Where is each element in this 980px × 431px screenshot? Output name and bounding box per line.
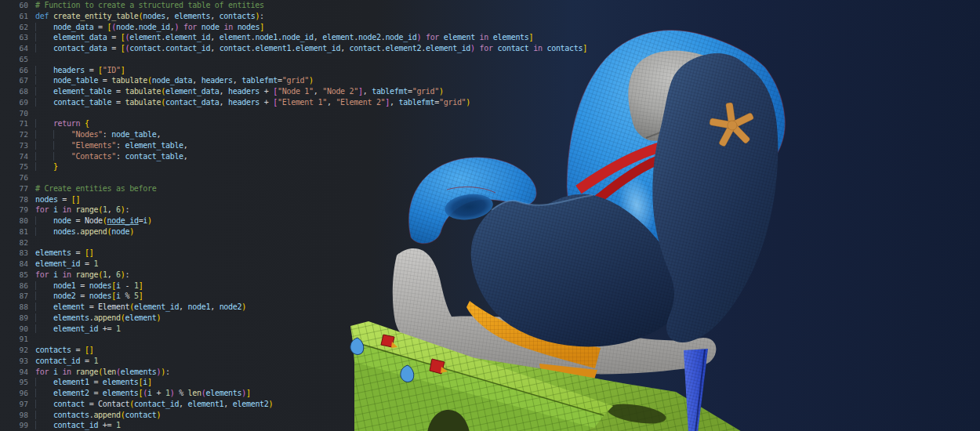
code-text: element_id = 1 xyxy=(28,259,98,270)
code-line[interactable]: 67 node_table = tabulate(node_data, head… xyxy=(0,75,612,86)
code-line[interactable]: 62 node_data = [(node.node_id,) for node… xyxy=(0,22,612,33)
code-text: node = Node(node_id=i) xyxy=(28,216,152,226)
code-line[interactable]: 93contact_id = 1 xyxy=(0,356,612,367)
code-text: element2 = elements[(i + 1) % len(elemen… xyxy=(28,388,251,399)
code-line[interactable]: 77# Create entities as before xyxy=(0,183,612,194)
line-number: 68 xyxy=(0,86,28,97)
line-number: 66 xyxy=(0,65,28,76)
code-text: } xyxy=(28,161,58,172)
screenshot-root: 60# Function to create a structured tabl… xyxy=(0,0,980,431)
code-line[interactable]: 78nodes = [] xyxy=(0,194,612,205)
code-line[interactable]: 86 node1 = nodes[i - 1] xyxy=(0,281,612,292)
line-number: 63 xyxy=(0,32,28,43)
code-text: # Function to create a structured table … xyxy=(28,0,264,11)
code-text: # Create entities as before xyxy=(28,183,156,194)
line-number: 96 xyxy=(0,388,28,399)
line-number: 91 xyxy=(0,334,28,345)
code-line[interactable]: 74 "Contacts": contact_table, xyxy=(0,151,612,162)
code-text: node1 = nodes[i - 1] xyxy=(28,281,143,292)
line-number: 62 xyxy=(0,22,28,33)
code-line[interactable]: 65 xyxy=(0,54,612,65)
code-text xyxy=(28,54,35,65)
code-text: "Elements": element_table, xyxy=(28,140,188,151)
code-text: def create_entity_table(nodes, elements,… xyxy=(28,11,264,22)
code-line[interactable]: 68 element_table = tabulate(element_data… xyxy=(0,86,612,97)
code-line[interactable]: 92contacts = [] xyxy=(0,345,612,356)
line-number: 61 xyxy=(0,11,28,22)
code-line[interactable]: 90 element_id += 1 xyxy=(0,324,612,335)
code-line[interactable]: 84element_id = 1 xyxy=(0,259,612,270)
code-line[interactable]: 82 xyxy=(0,237,612,248)
code-line[interactable]: 95 element1 = elements[i] xyxy=(0,377,612,388)
line-number: 87 xyxy=(0,291,28,302)
code-text: for i in range(1, 6): xyxy=(28,205,129,216)
code-line[interactable]: 80 node = Node(node_id=i) xyxy=(0,216,612,226)
line-number: 82 xyxy=(0,237,28,248)
code-text: node_data = [(node.node_id,) for node in… xyxy=(28,22,264,33)
code-line[interactable]: 61def create_entity_table(nodes, element… xyxy=(0,11,612,22)
code-line[interactable]: 71 return { xyxy=(0,118,612,129)
line-number: 94 xyxy=(0,367,28,378)
code-text: elements.append(element) xyxy=(28,313,161,324)
line-number: 64 xyxy=(0,43,28,54)
code-line[interactable]: 66 headers = ["ID"] xyxy=(0,65,612,76)
code-line[interactable]: 64 contact_data = [(contact.contact_id, … xyxy=(0,43,612,54)
code-lines: 60# Function to create a structured tabl… xyxy=(0,0,612,431)
line-number: 75 xyxy=(0,161,28,172)
code-text: contact_table = tabulate(contact_data, h… xyxy=(28,97,470,108)
code-text: "Nodes": node_table, xyxy=(28,129,161,140)
line-number: 69 xyxy=(0,97,28,108)
code-line[interactable]: 75 } xyxy=(0,161,612,172)
line-number: 83 xyxy=(0,248,28,259)
code-text: node_table = tabulate(node_data, headers… xyxy=(28,75,314,86)
code-text: contact_id += 1 xyxy=(28,420,121,431)
line-number: 72 xyxy=(0,129,28,140)
line-number: 92 xyxy=(0,345,28,356)
code-text: for i in range(1, 6): xyxy=(28,270,129,281)
code-text: contact = Contact(contact_id, element1, … xyxy=(28,399,273,410)
code-line[interactable]: 73 "Elements": element_table, xyxy=(0,140,612,151)
line-number: 79 xyxy=(0,205,28,216)
line-number: 86 xyxy=(0,281,28,292)
code-line[interactable]: 96 element2 = elements[(i + 1) % len(ele… xyxy=(0,388,612,399)
code-line[interactable]: 81 nodes.append(node) xyxy=(0,226,612,237)
line-number: 99 xyxy=(0,420,28,431)
code-line[interactable]: 99 contact_id += 1 xyxy=(0,420,612,431)
code-line[interactable]: 91 xyxy=(0,334,612,345)
line-number: 65 xyxy=(0,54,28,65)
code-editor[interactable]: 60# Function to create a structured tabl… xyxy=(0,0,612,431)
code-line[interactable]: 60# Function to create a structured tabl… xyxy=(0,0,612,11)
code-text: return { xyxy=(28,118,89,129)
code-line[interactable]: 72 "Nodes": node_table, xyxy=(0,129,612,140)
code-line[interactable]: 88 element = Element(element_id, node1, … xyxy=(0,302,612,313)
code-line[interactable]: 63 element_data = [(element.element_id, … xyxy=(0,32,612,43)
line-number: 89 xyxy=(0,313,28,324)
code-line[interactable]: 89 elements.append(element) xyxy=(0,313,612,324)
code-line[interactable]: 85for i in range(1, 6): xyxy=(0,270,612,281)
line-number: 78 xyxy=(0,194,28,205)
code-line[interactable]: 83elements = [] xyxy=(0,248,612,259)
code-text: elements = [] xyxy=(28,248,93,259)
line-number: 84 xyxy=(0,259,28,270)
code-line[interactable]: 76 xyxy=(0,172,612,183)
code-text: "Contacts": contact_table, xyxy=(28,151,188,162)
code-text: element_data = [(element.element_id, ele… xyxy=(28,32,533,43)
code-line[interactable]: 87 node2 = nodes[i % 5] xyxy=(0,291,612,302)
line-number: 73 xyxy=(0,140,28,151)
code-line[interactable]: 79for i in range(1, 6): xyxy=(0,205,612,216)
code-line[interactable]: 69 contact_table = tabulate(contact_data… xyxy=(0,97,612,108)
code-text: contacts.append(contact) xyxy=(28,410,161,421)
code-line[interactable]: 70 xyxy=(0,108,612,119)
line-number: 98 xyxy=(0,410,28,421)
code-text: node2 = nodes[i % 5] xyxy=(28,291,143,302)
code-line[interactable]: 94for i in range(len(elements)): xyxy=(0,367,612,378)
line-number: 70 xyxy=(0,108,28,119)
code-text: contact_id = 1 xyxy=(28,356,98,367)
line-number: 90 xyxy=(0,324,28,335)
line-number: 77 xyxy=(0,183,28,194)
code-text: element_id += 1 xyxy=(28,324,121,335)
code-line[interactable]: 98 contacts.append(contact) xyxy=(0,410,612,421)
line-number: 95 xyxy=(0,377,28,388)
line-number: 85 xyxy=(0,270,28,281)
code-line[interactable]: 97 contact = Contact(contact_id, element… xyxy=(0,399,612,410)
